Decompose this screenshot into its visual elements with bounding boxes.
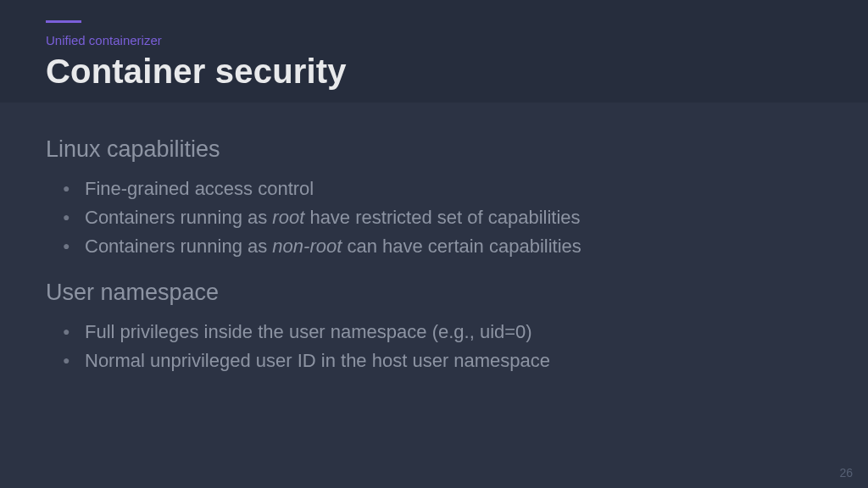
bullet-text: have restricted set of capabilities [304, 207, 580, 228]
section-heading: Linux capabilities [46, 136, 822, 163]
accent-bar [46, 20, 81, 23]
slide-title: Container security [46, 53, 822, 91]
bullet-text: can have certain capabilities [342, 236, 581, 257]
list-item: Containers running as non-root can have … [85, 232, 822, 261]
list-item: Full privileges inside the user namespac… [85, 318, 822, 347]
slide-category: Unified containerizer [46, 33, 822, 47]
list-item: Fine-grained access control [85, 175, 822, 203]
bullet-text: Containers running as [85, 207, 272, 228]
bullet-text: Full privileges inside the user namespac… [85, 321, 532, 342]
slide-body: Linux capabilities Fine-grained access c… [0, 103, 868, 375]
section-heading: User namespace [46, 280, 822, 306]
bullet-list: Full privileges inside the user namespac… [46, 318, 822, 375]
bullet-text: Containers running as [85, 236, 272, 257]
bullet-text: Normal unprivileged user ID in the host … [85, 350, 550, 371]
bullet-text: Fine-grained access control [85, 178, 314, 199]
list-item: Normal unprivileged user ID in the host … [85, 347, 822, 375]
bullet-list: Fine-grained access control Containers r… [46, 175, 822, 261]
bullet-em: non-root [272, 236, 342, 257]
slide-header: Unified containerizer Container security [0, 0, 868, 103]
bullet-em: root [272, 207, 304, 228]
page-number: 26 [839, 466, 853, 480]
list-item: Containers running as root have restrict… [85, 203, 822, 232]
